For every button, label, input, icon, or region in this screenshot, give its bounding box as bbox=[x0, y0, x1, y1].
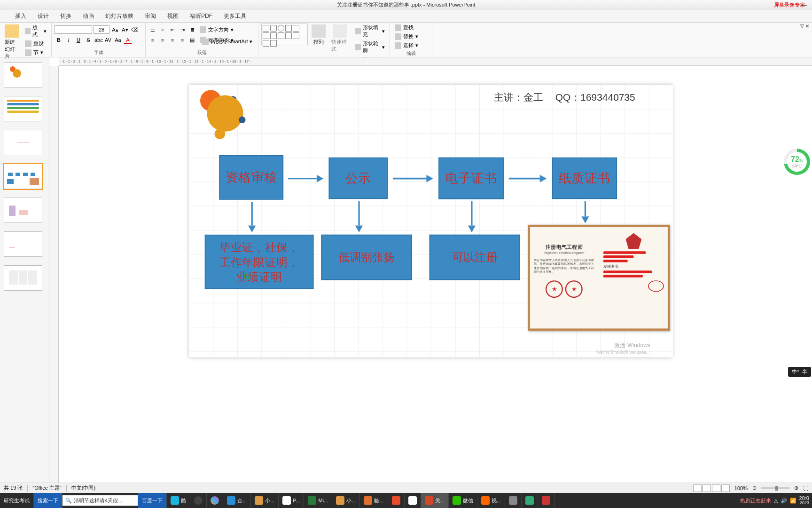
tray-icon[interactable]: △ bbox=[774, 498, 778, 504]
menu-insert[interactable]: 插入 bbox=[9, 9, 32, 22]
taskbar-app-active[interactable]: 关... bbox=[421, 493, 449, 508]
smartart-button[interactable]: 转换为 SmartArt ▾ bbox=[200, 38, 254, 46]
slide-thumb[interactable]: —— bbox=[4, 231, 42, 257]
reading-view-button[interactable] bbox=[712, 484, 720, 492]
taskbar-app[interactable] bbox=[190, 493, 207, 508]
tray-icon[interactable]: 📶 bbox=[790, 498, 796, 504]
taskbar-left-label[interactable]: 研究生考试 bbox=[0, 493, 34, 508]
arrow-right-icon[interactable] bbox=[393, 175, 433, 183]
text-direction-button[interactable]: 文字方向 ▾ bbox=[198, 26, 235, 34]
taskbar-app[interactable]: 小... bbox=[332, 493, 360, 508]
zoom-level[interactable]: 100% bbox=[734, 485, 748, 491]
shadow-button[interactable]: abc bbox=[94, 36, 102, 44]
flowchart-box[interactable]: 低调别张扬 bbox=[321, 235, 412, 280]
slide-thumb[interactable] bbox=[4, 198, 42, 223]
fit-button[interactable]: ⛶ bbox=[803, 485, 808, 491]
performance-gauge[interactable]: 72% 54°C bbox=[784, 149, 810, 175]
taskbar-app[interactable] bbox=[388, 493, 405, 508]
slide-canvas[interactable]: 主讲：金工 QQ：1693440735 资格审核 公示 电子证书 纸质证书 bbox=[188, 85, 672, 357]
sorter-view-button[interactable] bbox=[703, 484, 711, 492]
menu-view[interactable]: 视图 bbox=[162, 9, 184, 22]
slide-thumb[interactable] bbox=[4, 96, 42, 121]
bold-button[interactable]: B bbox=[55, 36, 63, 44]
font-size-select[interactable] bbox=[94, 25, 109, 34]
case-button[interactable]: Aa bbox=[114, 36, 122, 44]
slideshow-view-button[interactable] bbox=[721, 484, 730, 492]
select-button[interactable]: 选择 ▾ bbox=[393, 41, 420, 49]
arrow-down-icon[interactable] bbox=[248, 202, 256, 232]
reset-button[interactable]: 重设 bbox=[23, 40, 48, 48]
increase-font-icon[interactable]: A▴ bbox=[111, 25, 119, 34]
find-button[interactable]: 查找 bbox=[393, 24, 420, 32]
arrow-down-icon[interactable] bbox=[468, 201, 475, 232]
align-right-icon[interactable]: ≡ bbox=[168, 36, 177, 44]
taskbar-app[interactable]: 视... bbox=[477, 493, 505, 508]
taskbar-search-button[interactable]: 搜索一下 bbox=[34, 493, 62, 508]
slide-thumb[interactable] bbox=[4, 265, 42, 291]
underline-button[interactable]: U bbox=[74, 36, 83, 44]
taskbar-app[interactable]: P... bbox=[279, 493, 304, 508]
shape-outline-button[interactable]: 形状轮廓 ▾ bbox=[353, 40, 387, 55]
normal-view-button[interactable] bbox=[693, 484, 702, 492]
thumbnails-pane[interactable]: ———— —— bbox=[0, 57, 49, 483]
arrow-right-icon[interactable] bbox=[288, 175, 323, 183]
taskbar-app[interactable] bbox=[522, 493, 538, 508]
taskbar-app[interactable]: 验... bbox=[360, 493, 388, 508]
indent-icon[interactable]: ⇥ bbox=[178, 25, 187, 34]
quick-style-button[interactable]: 快速样式 bbox=[329, 24, 351, 54]
menu-review[interactable]: 审阅 bbox=[139, 9, 162, 22]
linespacing-icon[interactable]: ≣ bbox=[188, 25, 196, 34]
arrange-button[interactable]: 排列 bbox=[310, 24, 328, 47]
outdent-icon[interactable]: ⇤ bbox=[168, 25, 177, 34]
flowchart-box[interactable]: 电子证书 bbox=[438, 158, 503, 199]
menu-transition[interactable]: 切换 bbox=[55, 9, 77, 22]
ime-indicator[interactable]: 中°, 半 bbox=[788, 367, 811, 377]
taskbar-date[interactable]: 2023 bbox=[799, 501, 809, 505]
shape-fill-button[interactable]: 形状填充 ▾ bbox=[353, 24, 387, 39]
zoom-out-button[interactable]: ⊖ bbox=[752, 485, 757, 491]
strike-button[interactable]: S bbox=[84, 36, 93, 44]
flowchart-box[interactable]: 资格审核 bbox=[219, 155, 283, 200]
taskbar-baidu-button[interactable]: 百度一下 bbox=[138, 493, 167, 508]
taskbar-app[interactable]: Mi... bbox=[304, 493, 332, 508]
italic-button[interactable]: I bbox=[64, 36, 73, 44]
taskbar-app[interactable]: 企... bbox=[223, 493, 251, 508]
layout-button[interactable]: 版式 ▾ bbox=[23, 24, 48, 39]
new-slide-button[interactable]: 新建 幻灯片 bbox=[3, 24, 21, 61]
font-family-select[interactable] bbox=[55, 25, 92, 34]
minimize-button[interactable]: — bbox=[798, 0, 811, 9]
ribbon-collapse-icon[interactable]: ▽ ✕ bbox=[800, 24, 809, 29]
slide-thumb[interactable]: ———— bbox=[4, 130, 42, 155]
numbering-icon[interactable]: ≡ bbox=[158, 25, 167, 34]
taskbar-drama[interactable]: 热剧正在赶来 bbox=[740, 497, 771, 504]
taskbar-app[interactable] bbox=[505, 493, 522, 508]
certificate-image[interactable]: 注册电气工程师 Registered Electrical Engineer 本… bbox=[528, 225, 670, 331]
clear-format-icon[interactable]: ⌫ bbox=[131, 25, 139, 34]
taskbar-search-box[interactable]: 🔍清明节这样请4天假... bbox=[62, 493, 138, 508]
arrow-right-icon[interactable] bbox=[508, 175, 547, 183]
menu-slideshow[interactable]: 幻灯片放映 bbox=[100, 9, 139, 22]
tray-icon[interactable]: 🔊 bbox=[781, 498, 787, 504]
spacing-button[interactable]: AV bbox=[104, 36, 112, 44]
menu-animation[interactable]: 动画 bbox=[77, 9, 100, 22]
taskbar-app[interactable]: 小... bbox=[251, 493, 279, 508]
taskbar-app[interactable] bbox=[538, 493, 554, 508]
taskbar-app[interactable]: 酷 bbox=[167, 493, 190, 508]
zoom-in-button[interactable]: ⊕ bbox=[794, 485, 798, 491]
decrease-font-icon[interactable]: A▾ bbox=[121, 25, 129, 34]
align-left-icon[interactable]: ≡ bbox=[148, 36, 157, 44]
flowchart-box[interactable]: 可以注册 bbox=[429, 235, 520, 280]
section-button[interactable]: 节 ▾ bbox=[23, 48, 48, 56]
menu-design[interactable]: 设计 bbox=[32, 9, 55, 22]
taskbar-app[interactable] bbox=[405, 493, 421, 508]
slide-thumb[interactable] bbox=[4, 164, 42, 189]
replace-button[interactable]: 替换 ▾ bbox=[393, 32, 420, 40]
align-center-icon[interactable]: ≡ bbox=[158, 36, 167, 44]
menu-more[interactable]: 更多工具 bbox=[218, 9, 252, 22]
menu-foxit[interactable]: 福昕PDF bbox=[184, 9, 218, 22]
flowchart-box[interactable]: 纸质证书 bbox=[552, 158, 617, 199]
bullets-icon[interactable]: ☰ bbox=[148, 25, 157, 34]
shapes-gallery[interactable] bbox=[261, 24, 308, 45]
font-color-button[interactable]: A bbox=[124, 36, 132, 44]
taskbar-app[interactable]: 微信 bbox=[449, 493, 477, 508]
